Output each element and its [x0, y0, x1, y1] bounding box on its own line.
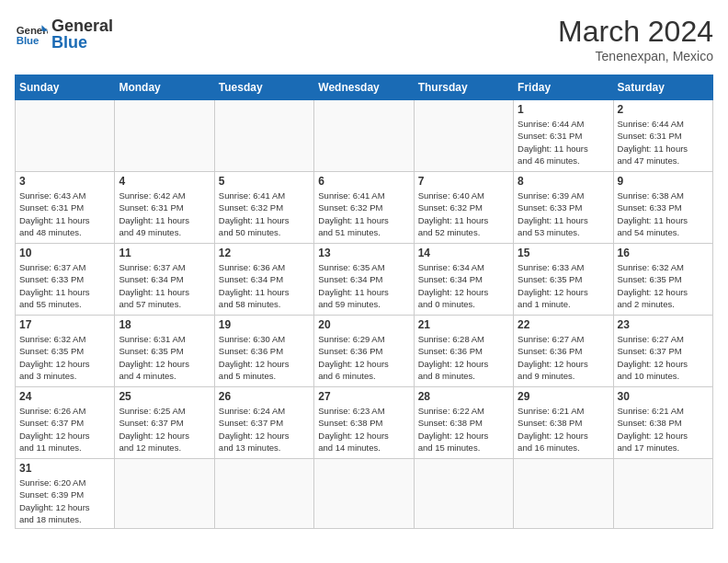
day-info: Sunrise: 6:24 AM Sunset: 6:37 PM Dayligh… — [219, 405, 310, 454]
day-info: Sunrise: 6:33 AM Sunset: 6:35 PM Dayligh… — [518, 261, 609, 310]
day-number: 17 — [19, 318, 110, 331]
calendar-cell: 8Sunrise: 6:39 AM Sunset: 6:33 PM Daylig… — [514, 172, 613, 244]
day-number: 20 — [318, 318, 409, 331]
calendar-cell: 19Sunrise: 6:30 AM Sunset: 6:36 PM Dayli… — [214, 316, 313, 387]
day-info: Sunrise: 6:21 AM Sunset: 6:38 PM Dayligh… — [518, 405, 609, 454]
calendar-cell: 11Sunrise: 6:37 AM Sunset: 6:34 PM Dayli… — [115, 244, 214, 316]
day-number: 18 — [119, 318, 210, 331]
calendar-week-0: 1Sunrise: 6:44 AM Sunset: 6:31 PM Daylig… — [16, 100, 713, 172]
weekday-header-thursday: Thursday — [414, 75, 513, 100]
calendar-week-2: 10Sunrise: 6:37 AM Sunset: 6:33 PM Dayli… — [16, 244, 713, 316]
calendar-cell: 20Sunrise: 6:29 AM Sunset: 6:36 PM Dayli… — [314, 316, 414, 387]
day-number: 10 — [19, 247, 110, 259]
day-info: Sunrise: 6:34 AM Sunset: 6:34 PM Dayligh… — [418, 261, 509, 310]
logo: General Blue General Blue — [15, 15, 113, 52]
calendar-cell: 7Sunrise: 6:40 AM Sunset: 6:32 PM Daylig… — [414, 172, 513, 244]
logo-blue: Blue — [51, 33, 113, 53]
calendar-cell — [414, 100, 513, 172]
day-info: Sunrise: 6:28 AM Sunset: 6:36 PM Dayligh… — [418, 333, 509, 382]
calendar-week-3: 17Sunrise: 6:32 AM Sunset: 6:35 PM Dayli… — [16, 316, 713, 387]
calendar-cell: 23Sunrise: 6:27 AM Sunset: 6:37 PM Dayli… — [613, 316, 712, 387]
calendar-cell: 13Sunrise: 6:35 AM Sunset: 6:34 PM Dayli… — [314, 244, 414, 316]
weekday-header-wednesday: Wednesday — [314, 75, 414, 100]
day-info: Sunrise: 6:23 AM Sunset: 6:38 PM Dayligh… — [318, 405, 409, 454]
calendar-cell: 5Sunrise: 6:41 AM Sunset: 6:32 PM Daylig… — [214, 172, 313, 244]
title-area: March 2024 Tenenexpan, Mexico — [558, 15, 713, 63]
logo-icon: General Blue — [15, 17, 48, 51]
day-number: 11 — [119, 247, 210, 259]
calendar-cell: 3Sunrise: 6:43 AM Sunset: 6:31 PM Daylig… — [16, 172, 115, 244]
day-info: Sunrise: 6:27 AM Sunset: 6:36 PM Dayligh… — [518, 333, 609, 382]
calendar-cell: 30Sunrise: 6:21 AM Sunset: 6:38 PM Dayli… — [613, 387, 712, 459]
day-info: Sunrise: 6:30 AM Sunset: 6:36 PM Dayligh… — [219, 333, 310, 382]
calendar-table: SundayMondayTuesdayWednesdayThursdayFrid… — [15, 75, 713, 529]
day-number: 7 — [418, 175, 509, 188]
calendar-week-1: 3Sunrise: 6:43 AM Sunset: 6:31 PM Daylig… — [16, 172, 713, 244]
calendar-cell: 10Sunrise: 6:37 AM Sunset: 6:33 PM Dayli… — [16, 244, 115, 316]
calendar-cell — [314, 459, 414, 529]
day-number: 27 — [318, 390, 409, 403]
calendar-cell: 18Sunrise: 6:31 AM Sunset: 6:35 PM Dayli… — [115, 316, 214, 387]
day-number: 23 — [618, 318, 709, 331]
weekday-header-saturday: Saturday — [613, 75, 712, 100]
calendar-cell: 6Sunrise: 6:41 AM Sunset: 6:32 PM Daylig… — [314, 172, 414, 244]
calendar-cell: 31Sunrise: 6:20 AM Sunset: 6:39 PM Dayli… — [16, 459, 115, 529]
calendar-cell: 15Sunrise: 6:33 AM Sunset: 6:35 PM Dayli… — [514, 244, 613, 316]
weekday-header-sunday: Sunday — [16, 75, 115, 100]
day-info: Sunrise: 6:31 AM Sunset: 6:35 PM Dayligh… — [119, 333, 210, 382]
day-info: Sunrise: 6:32 AM Sunset: 6:35 PM Dayligh… — [19, 333, 110, 382]
day-info: Sunrise: 6:42 AM Sunset: 6:31 PM Dayligh… — [119, 190, 210, 238]
day-info: Sunrise: 6:32 AM Sunset: 6:35 PM Dayligh… — [618, 261, 709, 310]
location: Tenenexpan, Mexico — [558, 49, 713, 63]
calendar-cell: 14Sunrise: 6:34 AM Sunset: 6:34 PM Dayli… — [414, 244, 513, 316]
day-number: 21 — [418, 318, 509, 331]
day-number: 16 — [618, 247, 709, 259]
day-info: Sunrise: 6:37 AM Sunset: 6:34 PM Dayligh… — [119, 261, 210, 310]
day-info: Sunrise: 6:22 AM Sunset: 6:38 PM Dayligh… — [418, 405, 509, 454]
day-number: 1 — [518, 103, 609, 116]
day-number: 22 — [518, 318, 609, 331]
day-number: 13 — [318, 247, 409, 259]
calendar-cell — [514, 459, 613, 529]
calendar-cell — [115, 459, 214, 529]
calendar-cell — [414, 459, 513, 529]
calendar-cell — [613, 459, 712, 529]
calendar-cell — [16, 100, 115, 172]
day-number: 24 — [19, 390, 110, 403]
day-info: Sunrise: 6:36 AM Sunset: 6:34 PM Dayligh… — [219, 261, 310, 310]
calendar-cell: 4Sunrise: 6:42 AM Sunset: 6:31 PM Daylig… — [115, 172, 214, 244]
day-number: 3 — [19, 175, 110, 188]
day-number: 25 — [119, 390, 210, 403]
calendar-cell: 16Sunrise: 6:32 AM Sunset: 6:35 PM Dayli… — [613, 244, 712, 316]
calendar-cell: 27Sunrise: 6:23 AM Sunset: 6:38 PM Dayli… — [314, 387, 414, 459]
calendar-cell — [214, 100, 313, 172]
calendar-cell: 26Sunrise: 6:24 AM Sunset: 6:37 PM Dayli… — [214, 387, 313, 459]
day-number: 12 — [219, 247, 310, 259]
calendar-week-4: 24Sunrise: 6:26 AM Sunset: 6:37 PM Dayli… — [16, 387, 713, 459]
day-info: Sunrise: 6:35 AM Sunset: 6:34 PM Dayligh… — [318, 261, 409, 310]
day-info: Sunrise: 6:26 AM Sunset: 6:37 PM Dayligh… — [19, 405, 110, 454]
calendar-cell: 2Sunrise: 6:44 AM Sunset: 6:31 PM Daylig… — [613, 100, 712, 172]
day-info: Sunrise: 6:21 AM Sunset: 6:38 PM Dayligh… — [618, 405, 709, 454]
day-info: Sunrise: 6:44 AM Sunset: 6:31 PM Dayligh… — [618, 118, 709, 167]
day-info: Sunrise: 6:29 AM Sunset: 6:36 PM Dayligh… — [318, 333, 409, 382]
calendar-cell: 21Sunrise: 6:28 AM Sunset: 6:36 PM Dayli… — [414, 316, 513, 387]
weekday-header-row: SundayMondayTuesdayWednesdayThursdayFrid… — [16, 75, 713, 100]
day-number: 6 — [318, 175, 409, 188]
calendar-cell: 28Sunrise: 6:22 AM Sunset: 6:38 PM Dayli… — [414, 387, 513, 459]
day-number: 31 — [19, 462, 110, 475]
day-number: 4 — [119, 175, 210, 188]
day-number: 19 — [219, 318, 310, 331]
calendar-cell: 9Sunrise: 6:38 AM Sunset: 6:33 PM Daylig… — [613, 172, 712, 244]
header: General Blue General Blue March 2024 Ten… — [15, 15, 713, 63]
calendar-cell: 12Sunrise: 6:36 AM Sunset: 6:34 PM Dayli… — [214, 244, 313, 316]
day-number: 29 — [518, 390, 609, 403]
calendar-cell — [214, 459, 313, 529]
day-info: Sunrise: 6:20 AM Sunset: 6:39 PM Dayligh… — [19, 477, 110, 525]
day-info: Sunrise: 6:38 AM Sunset: 6:33 PM Dayligh… — [618, 190, 709, 238]
month-title: March 2024 — [558, 15, 713, 49]
weekday-header-friday: Friday — [514, 75, 613, 100]
day-number: 8 — [518, 175, 609, 188]
day-number: 14 — [418, 247, 509, 259]
day-info: Sunrise: 6:25 AM Sunset: 6:37 PM Dayligh… — [119, 405, 210, 454]
